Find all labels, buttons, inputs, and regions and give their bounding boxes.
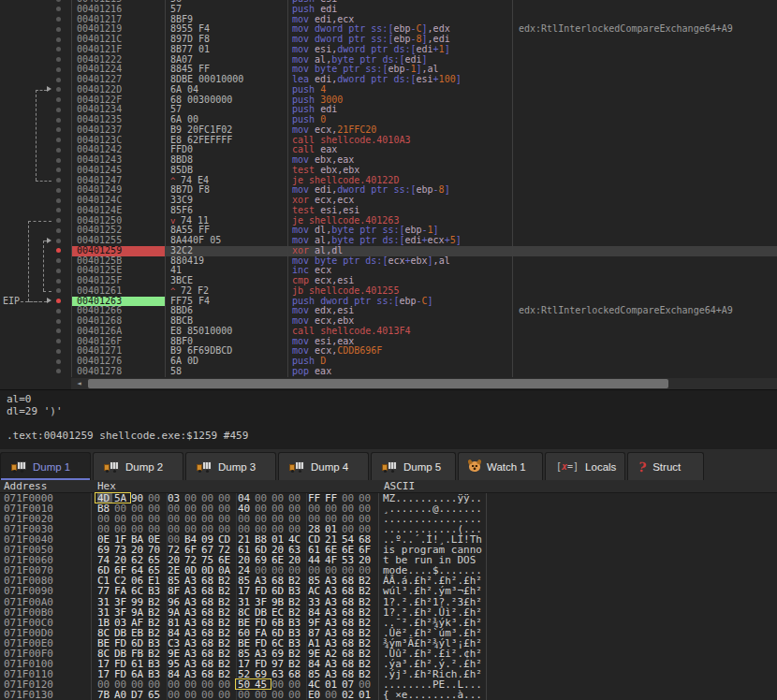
dump-row-071F0090[interactable]: 071F009077FA6CB38FA368B217FD6DB3ACA368B2… <box>0 586 777 596</box>
row-dot[interactable] <box>56 67 61 72</box>
hex-byte[interactable]: 81 <box>168 618 183 628</box>
hex-byte[interactable]: 33 <box>308 597 323 607</box>
hex-byte[interactable]: B3 <box>288 618 303 628</box>
row-dot[interactable] <box>56 17 61 22</box>
bytes-cell[interactable]: 880419 <box>165 256 287 267</box>
hex-byte[interactable]: B2 <box>148 597 163 607</box>
comment-cell[interactable] <box>512 266 777 276</box>
address-cell[interactable]: 00401278 <box>71 367 165 377</box>
comment-cell[interactable] <box>512 115 777 125</box>
row-dot[interactable] <box>56 87 61 92</box>
dump-address[interactable]: 071F00A0 <box>4 597 53 607</box>
row-dot[interactable] <box>56 309 61 314</box>
row-dot[interactable] <box>56 118 61 123</box>
comment-cell[interactable] <box>512 256 777 267</box>
hex-byte[interactable]: A3 <box>184 597 199 607</box>
hex-byte[interactable]: DB <box>255 607 270 618</box>
hex-byte[interactable]: 68 <box>342 607 357 618</box>
hex-byte[interactable]: AF <box>131 618 146 628</box>
row-dot[interactable] <box>56 369 61 373</box>
hex-byte[interactable]: 9F <box>308 618 323 628</box>
hex-byte[interactable]: 9A <box>168 607 183 618</box>
hex-byte[interactable]: 9A <box>131 607 146 618</box>
row-dot[interactable] <box>56 288 61 293</box>
comment-cell[interactable] <box>512 367 777 377</box>
bytes-cell[interactable]: ^72 F2 <box>165 286 287 297</box>
hex-byte[interactable]: B2 <box>148 618 163 628</box>
hex-byte[interactable]: A3 <box>325 607 340 618</box>
comment-cell[interactable] <box>512 45 777 55</box>
comment-cell[interactable] <box>512 316 777 327</box>
hex-byte[interactable]: B2 <box>359 597 374 607</box>
hex-byte[interactable]: 68 <box>342 597 357 607</box>
comment-cell[interactable] <box>512 216 777 226</box>
ascii-cell[interactable]: ..¯².£h²¾ýk³.£h² <box>383 618 482 628</box>
tab-dump-5[interactable]: Dump 5 <box>371 452 456 480</box>
tab-dump-2[interactable]: Dump 2 <box>93 452 183 480</box>
hex-byte[interactable]: 00 <box>325 690 340 700</box>
hex-byte[interactable]: FD <box>255 618 270 628</box>
disasm-row-00401216[interactable]: 0040121657push edi <box>0 5 777 15</box>
hex-byte[interactable]: 00 <box>184 690 199 700</box>
row-dot[interactable] <box>56 138 61 142</box>
hex-byte[interactable]: 99 <box>131 597 146 607</box>
hex-byte[interactable]: 68 <box>201 597 216 607</box>
instruction-cell[interactable]: pop eax <box>287 367 512 377</box>
hex-byte[interactable]: 3F <box>114 597 129 607</box>
bytes-cell[interactable]: 57 <box>165 5 287 15</box>
hex-byte[interactable]: B2 <box>359 607 374 618</box>
ascii-cell[interactable]: 1?.².£h²1?.²3£h² <box>383 597 482 607</box>
hex-byte[interactable]: 7B <box>97 690 112 700</box>
hex-byte[interactable]: A3 <box>184 607 199 618</box>
hex-byte[interactable]: B2 <box>218 618 233 628</box>
hex-byte[interactable]: 00 <box>238 690 253 700</box>
hex-byte[interactable]: A0 <box>114 690 129 700</box>
hex-byte[interactable]: 96 <box>168 597 183 607</box>
row-dot[interactable] <box>56 178 61 182</box>
bytes-cell[interactable]: 68 00300000 <box>165 95 287 106</box>
hex-byte[interactable]: 3F <box>255 597 270 607</box>
hex-byte[interactable]: D7 <box>131 690 146 700</box>
row-dot[interactable] <box>56 349 61 354</box>
bytes-cell[interactable]: 8B77 01 <box>165 45 287 55</box>
tab-dump-4[interactable]: Dump 4 <box>278 452 369 480</box>
hex-byte[interactable]: A3 <box>325 618 340 628</box>
hex-byte[interactable]: A3 <box>184 618 199 628</box>
hex-byte[interactable]: 68 <box>342 618 357 628</box>
comment-cell[interactable] <box>512 246 777 256</box>
row-dot[interactable] <box>56 27 61 32</box>
address-cell[interactable]: 0040121F <box>71 45 165 55</box>
address-cell[interactable]: 00401245 <box>71 166 165 176</box>
row-dot[interactable] <box>56 218 61 223</box>
row-dot[interactable] <box>56 57 61 62</box>
hex-byte[interactable]: 9B <box>271 597 286 607</box>
hex-byte[interactable]: 68 <box>342 586 357 596</box>
hex-byte[interactable]: 68 <box>201 618 216 628</box>
row-dot[interactable] <box>56 279 61 284</box>
scroll-left-icon[interactable]: ◄ <box>71 378 87 389</box>
bytes-cell[interactable]: 6A 04 <box>165 85 287 95</box>
disasm-row-0040126A[interactable]: 0040126AE8 85010000call shellcode.4013F4 <box>0 327 777 337</box>
h-scrollbar[interactable]: ◄ <box>71 378 777 389</box>
hex-byte[interactable]: B2 <box>218 607 233 618</box>
bytes-cell[interactable]: 32C2 <box>165 246 287 256</box>
row-dot[interactable] <box>56 269 61 273</box>
hex-byte[interactable]: 31 <box>97 597 112 607</box>
hex-byte[interactable]: 77 <box>97 586 112 596</box>
comment-cell[interactable] <box>512 65 777 75</box>
comment-cell[interactable]: edx:RtlInterlockedCompareExchange64+A9 <box>512 24 777 35</box>
comment-cell[interactable] <box>512 236 777 246</box>
comment-cell[interactable] <box>512 346 777 357</box>
hex-byte[interactable]: FD <box>255 586 270 596</box>
row-dot[interactable] <box>56 188 61 193</box>
hex-byte[interactable]: B3 <box>288 586 303 596</box>
hex-byte[interactable]: 6C <box>131 586 146 596</box>
comment-cell[interactable] <box>512 136 777 146</box>
bytes-cell[interactable]: 85DB <box>165 166 287 176</box>
comment-cell[interactable] <box>512 145 777 155</box>
address-cell[interactable]: 00401259 <box>71 246 165 256</box>
address-cell[interactable]: 0040126A <box>71 327 165 337</box>
breakpoint-dot[interactable] <box>56 299 61 303</box>
hex-byte[interactable]: 3F <box>114 607 129 618</box>
dump-address[interactable]: 071F00B0 <box>4 607 53 618</box>
